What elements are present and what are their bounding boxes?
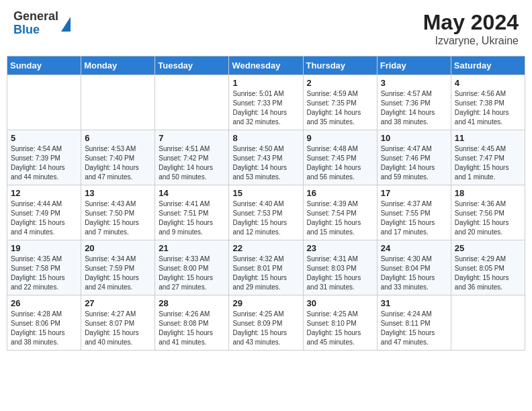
calendar-cell: 16Sunrise: 4:39 AMSunset: 7:54 PMDayligh… xyxy=(303,185,377,240)
location: Izvaryne, Ukraine xyxy=(423,35,519,47)
day-number: 19 xyxy=(11,243,77,253)
cell-detail: Sunrise: 4:47 AMSunset: 7:46 PMDaylight:… xyxy=(381,144,447,182)
calendar-cell: 10Sunrise: 4:47 AMSunset: 7:46 PMDayligh… xyxy=(377,130,451,185)
cell-detail: Sunrise: 4:24 AMSunset: 8:11 PMDaylight:… xyxy=(381,310,447,347)
cell-detail: Sunrise: 4:39 AMSunset: 7:54 PMDaylight:… xyxy=(307,199,373,237)
col-header-friday: Friday xyxy=(377,56,451,75)
day-number: 27 xyxy=(85,298,151,308)
title-block: May 2024 Izvaryne, Ukraine xyxy=(423,10,519,47)
month-title: May 2024 xyxy=(423,10,519,35)
day-number: 18 xyxy=(455,188,521,198)
calendar-cell: 14Sunrise: 4:41 AMSunset: 7:51 PMDayligh… xyxy=(155,185,229,240)
calendar-cell: 13Sunrise: 4:43 AMSunset: 7:50 PMDayligh… xyxy=(81,185,155,240)
cell-detail: Sunrise: 4:36 AMSunset: 7:56 PMDaylight:… xyxy=(455,199,521,237)
calendar-cell: 2Sunrise: 4:59 AMSunset: 7:35 PMDaylight… xyxy=(303,75,377,130)
cell-detail: Sunrise: 4:27 AMSunset: 8:07 PMDaylight:… xyxy=(85,310,151,347)
cell-detail: Sunrise: 4:48 AMSunset: 7:45 PMDaylight:… xyxy=(307,144,373,182)
cell-detail: Sunrise: 4:51 AMSunset: 7:42 PMDaylight:… xyxy=(159,144,225,182)
cell-detail: Sunrise: 4:25 AMSunset: 8:09 PMDaylight:… xyxy=(232,310,299,347)
day-number: 15 xyxy=(232,188,299,198)
cell-detail: Sunrise: 4:59 AMSunset: 7:35 PMDaylight:… xyxy=(307,89,373,127)
header-row: SundayMondayTuesdayWednesdayThursdayFrid… xyxy=(7,56,525,75)
day-number: 24 xyxy=(381,243,447,253)
day-number: 3 xyxy=(381,78,447,88)
day-number: 2 xyxy=(307,78,373,88)
cell-detail: Sunrise: 4:50 AMSunset: 7:43 PMDaylight:… xyxy=(232,144,299,182)
calendar-cell: 6Sunrise: 4:53 AMSunset: 7:40 PMDaylight… xyxy=(81,130,155,185)
week-row-2: 5Sunrise: 4:54 AMSunset: 7:39 PMDaylight… xyxy=(7,130,525,185)
day-number: 11 xyxy=(455,133,521,143)
col-header-monday: Monday xyxy=(81,56,155,75)
calendar-cell xyxy=(155,75,229,130)
calendar-cell: 20Sunrise: 4:34 AMSunset: 7:59 PMDayligh… xyxy=(81,240,155,295)
day-number: 8 xyxy=(232,133,299,143)
cell-detail: Sunrise: 4:26 AMSunset: 8:08 PMDaylight:… xyxy=(159,310,225,347)
cell-detail: Sunrise: 4:44 AMSunset: 7:49 PMDaylight:… xyxy=(11,199,77,237)
cell-detail: Sunrise: 5:01 AMSunset: 7:33 PMDaylight:… xyxy=(232,89,299,127)
day-number: 1 xyxy=(232,78,299,88)
header: General Blue May 2024 Izvaryne, Ukraine xyxy=(7,7,525,50)
cell-detail: Sunrise: 4:57 AMSunset: 7:36 PMDaylight:… xyxy=(381,89,447,127)
calendar-cell: 15Sunrise: 4:40 AMSunset: 7:53 PMDayligh… xyxy=(229,185,303,240)
day-number: 12 xyxy=(11,188,77,198)
calendar-cell: 17Sunrise: 4:37 AMSunset: 7:55 PMDayligh… xyxy=(377,185,451,240)
week-row-3: 12Sunrise: 4:44 AMSunset: 7:49 PMDayligh… xyxy=(7,185,525,240)
logo-icon xyxy=(61,17,71,32)
col-header-thursday: Thursday xyxy=(303,56,377,75)
calendar-cell: 1Sunrise: 5:01 AMSunset: 7:33 PMDaylight… xyxy=(229,75,303,130)
calendar-cell: 9Sunrise: 4:48 AMSunset: 7:45 PMDaylight… xyxy=(303,130,377,185)
cell-detail: Sunrise: 4:43 AMSunset: 7:50 PMDaylight:… xyxy=(85,199,151,237)
logo-text: General Blue xyxy=(13,10,58,37)
calendar-cell: 22Sunrise: 4:32 AMSunset: 8:01 PMDayligh… xyxy=(229,240,303,295)
day-number: 10 xyxy=(381,133,447,143)
day-number: 23 xyxy=(307,243,373,253)
day-number: 16 xyxy=(307,188,373,198)
calendar-cell: 31Sunrise: 4:24 AMSunset: 8:11 PMDayligh… xyxy=(377,295,451,351)
col-header-sunday: Sunday xyxy=(7,56,81,75)
calendar-cell xyxy=(81,75,155,130)
calendar-cell: 30Sunrise: 4:25 AMSunset: 8:10 PMDayligh… xyxy=(303,295,377,351)
day-number: 28 xyxy=(159,298,225,308)
calendar-cell: 28Sunrise: 4:26 AMSunset: 8:08 PMDayligh… xyxy=(155,295,229,351)
calendar-cell: 29Sunrise: 4:25 AMSunset: 8:09 PMDayligh… xyxy=(229,295,303,351)
cell-detail: Sunrise: 4:40 AMSunset: 7:53 PMDaylight:… xyxy=(232,199,299,237)
cell-detail: Sunrise: 4:53 AMSunset: 7:40 PMDaylight:… xyxy=(85,144,151,182)
calendar-cell xyxy=(7,75,81,130)
calendar-cell: 23Sunrise: 4:31 AMSunset: 8:03 PMDayligh… xyxy=(303,240,377,295)
day-number: 26 xyxy=(11,298,77,308)
day-number: 29 xyxy=(232,298,299,308)
col-header-wednesday: Wednesday xyxy=(229,56,303,75)
calendar-cell: 26Sunrise: 4:28 AMSunset: 8:06 PMDayligh… xyxy=(7,295,81,351)
day-number: 9 xyxy=(307,133,373,143)
cell-detail: Sunrise: 4:34 AMSunset: 7:59 PMDaylight:… xyxy=(85,255,151,292)
calendar-table: SundayMondayTuesdayWednesdayThursdayFrid… xyxy=(7,56,525,351)
calendar-cell: 4Sunrise: 4:56 AMSunset: 7:38 PMDaylight… xyxy=(451,75,525,130)
col-header-tuesday: Tuesday xyxy=(155,56,229,75)
cell-detail: Sunrise: 4:30 AMSunset: 8:04 PMDaylight:… xyxy=(381,255,447,292)
calendar-cell: 11Sunrise: 4:45 AMSunset: 7:47 PMDayligh… xyxy=(451,130,525,185)
calendar-cell: 7Sunrise: 4:51 AMSunset: 7:42 PMDaylight… xyxy=(155,130,229,185)
calendar-cell: 8Sunrise: 4:50 AMSunset: 7:43 PMDaylight… xyxy=(229,130,303,185)
day-number: 5 xyxy=(11,133,77,143)
day-number: 14 xyxy=(159,188,225,198)
col-header-saturday: Saturday xyxy=(451,56,525,75)
cell-detail: Sunrise: 4:31 AMSunset: 8:03 PMDaylight:… xyxy=(307,255,373,292)
cell-detail: Sunrise: 4:29 AMSunset: 8:05 PMDaylight:… xyxy=(455,255,521,292)
day-number: 6 xyxy=(85,133,151,143)
week-row-1: 1Sunrise: 5:01 AMSunset: 7:33 PMDaylight… xyxy=(7,75,525,130)
day-number: 25 xyxy=(455,243,521,253)
logo-general: General xyxy=(13,10,58,24)
week-row-5: 26Sunrise: 4:28 AMSunset: 8:06 PMDayligh… xyxy=(7,295,525,351)
cell-detail: Sunrise: 4:54 AMSunset: 7:39 PMDaylight:… xyxy=(11,144,77,182)
calendar-cell: 3Sunrise: 4:57 AMSunset: 7:36 PMDaylight… xyxy=(377,75,451,130)
cell-detail: Sunrise: 4:33 AMSunset: 8:00 PMDaylight:… xyxy=(159,255,225,292)
day-number: 22 xyxy=(232,243,299,253)
logo: General Blue xyxy=(13,10,71,37)
day-number: 13 xyxy=(85,188,151,198)
cell-detail: Sunrise: 4:37 AMSunset: 7:55 PMDaylight:… xyxy=(381,199,447,237)
calendar-cell: 5Sunrise: 4:54 AMSunset: 7:39 PMDaylight… xyxy=(7,130,81,185)
day-number: 17 xyxy=(381,188,447,198)
cell-detail: Sunrise: 4:41 AMSunset: 7:51 PMDaylight:… xyxy=(159,199,225,237)
calendar-cell: 27Sunrise: 4:27 AMSunset: 8:07 PMDayligh… xyxy=(81,295,155,351)
calendar-cell: 18Sunrise: 4:36 AMSunset: 7:56 PMDayligh… xyxy=(451,185,525,240)
